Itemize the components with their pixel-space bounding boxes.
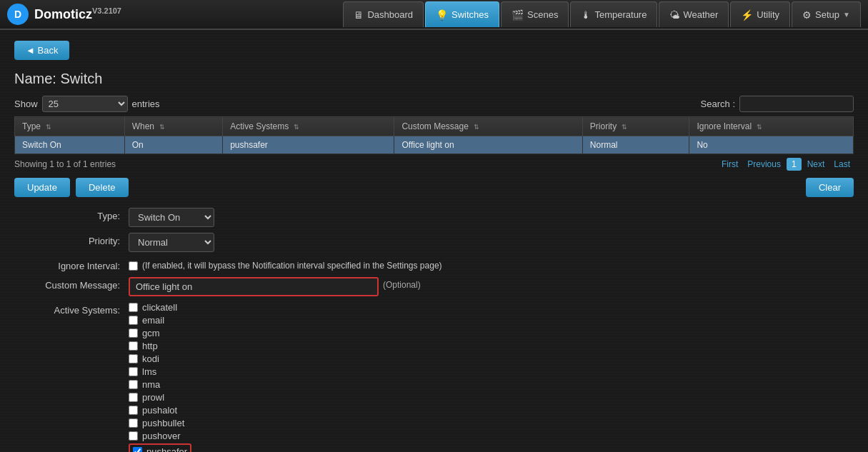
show-entries-control: Show 25 50 100 entries xyxy=(14,96,160,112)
system-nma: nma xyxy=(129,379,191,390)
data-table: Type ⇅ When ⇅ Active Systems ⇅ Custom Me… xyxy=(14,116,854,154)
checkbox-gcm[interactable] xyxy=(129,328,138,338)
col-ignore-interval[interactable]: Ignore Interval ⇅ xyxy=(689,117,854,136)
col-custom-message[interactable]: Custom Message ⇅ xyxy=(394,117,582,136)
tab-switches[interactable]: 💡 Switches xyxy=(425,1,499,27)
ignore-interval-label: Ignore Interval: xyxy=(36,258,129,271)
form-row-priority: Priority: Normal Low High Emergency xyxy=(36,233,854,252)
table-controls: Show 25 50 100 entries Search : xyxy=(14,96,854,112)
update-button[interactable]: Update xyxy=(14,178,70,197)
tab-setup[interactable]: ⚙ Setup ▼ xyxy=(792,1,861,27)
checkbox-clickatell[interactable] xyxy=(129,303,138,312)
system-prowl: prowl xyxy=(129,392,191,403)
content-area: ◄ Back Name: Switch Show 25 50 100 entri… xyxy=(0,30,868,452)
ignore-interval-content: (If enabled, it will bypass the Notifica… xyxy=(129,258,442,271)
tab-weather[interactable]: 🌤 Weather xyxy=(659,1,729,27)
delete-button[interactable]: Delete xyxy=(76,178,129,197)
priority-label: Priority: xyxy=(36,233,129,246)
cell-custom-message: Office light on xyxy=(394,136,582,154)
dashboard-icon: 🖥 xyxy=(354,9,364,21)
checkbox-nma[interactable] xyxy=(129,380,138,389)
optional-label: (Optional) xyxy=(379,277,421,290)
type-select[interactable]: Switch On Switch Off On Off xyxy=(129,208,214,227)
form-row-ignore-interval: Ignore Interval: (If enabled, it will by… xyxy=(36,258,854,271)
action-buttons: Update Delete Clear xyxy=(14,178,854,197)
showing-entries: Showing 1 to 1 of 1 entries xyxy=(14,159,116,169)
checkbox-lms[interactable] xyxy=(129,367,138,376)
system-email: email xyxy=(129,315,191,326)
search-input[interactable] xyxy=(739,96,854,112)
temperature-icon: 🌡 xyxy=(581,9,591,21)
tab-temperature[interactable]: 🌡 Temperature xyxy=(570,1,657,27)
logo-area: D DomoticzV3.2107 xyxy=(7,4,121,25)
col-active-systems[interactable]: Active Systems ⇅ xyxy=(223,117,394,136)
checkbox-pushover[interactable] xyxy=(129,431,138,441)
checkbox-email[interactable] xyxy=(129,316,138,325)
app-name: DomoticzV3.2107 xyxy=(34,6,121,22)
system-http: http xyxy=(129,341,191,351)
checkbox-pushalot[interactable] xyxy=(129,406,138,415)
show-entries-select[interactable]: 25 50 100 xyxy=(42,96,128,112)
cell-ignore-interval: No xyxy=(689,136,854,154)
checkbox-list: clickatell email gcm http kodi xyxy=(129,302,191,452)
priority-select[interactable]: Normal Low High Emergency xyxy=(129,233,214,252)
checkbox-prowl[interactable] xyxy=(129,393,138,402)
pagination-first[interactable]: First xyxy=(718,158,742,171)
checkbox-kodi[interactable] xyxy=(129,354,138,363)
system-pushover: pushover xyxy=(129,431,191,441)
pagination: First Previous 1 Next Last xyxy=(718,158,854,171)
type-label: Type: xyxy=(36,208,129,221)
clear-button[interactable]: Clear xyxy=(806,178,854,197)
col-type[interactable]: Type ⇅ xyxy=(15,117,125,136)
tab-scenes[interactable]: 🎬 Scenes xyxy=(501,1,569,27)
cell-active-systems: pushsafer xyxy=(223,136,394,154)
cell-when: On xyxy=(124,136,222,154)
pagination-last[interactable]: Last xyxy=(830,158,854,171)
form-section: Type: Switch On Switch Off On Off Priori… xyxy=(36,208,854,452)
custom-message-label: Custom Message: xyxy=(36,277,129,291)
weather-icon: 🌤 xyxy=(669,9,679,21)
checkbox-pushbullet[interactable] xyxy=(129,418,138,428)
utility-icon: ⚡ xyxy=(741,9,753,21)
col-priority[interactable]: Priority ⇅ xyxy=(582,117,689,136)
switches-icon: 💡 xyxy=(436,9,448,21)
scenes-icon: 🎬 xyxy=(512,9,524,21)
back-button[interactable]: ◄ Back xyxy=(14,41,69,60)
system-gcm: gcm xyxy=(129,328,191,338)
search-area: Search : xyxy=(701,96,854,112)
form-row-active-systems: Active Systems: clickatell email gcm htt… xyxy=(36,302,854,452)
table-footer: Showing 1 to 1 of 1 entries First Previo… xyxy=(14,158,854,171)
system-pushsafer: pushsafer xyxy=(129,443,191,452)
system-pushalot: pushalot xyxy=(129,405,191,416)
pagination-current: 1 xyxy=(787,158,802,171)
table-row[interactable]: Switch On On pushsafer Office light on N… xyxy=(15,136,854,154)
pagination-next[interactable]: Next xyxy=(804,158,829,171)
logo-icon: D xyxy=(7,4,29,25)
active-systems-label: Active Systems: xyxy=(36,302,129,316)
ignore-interval-checkbox[interactable] xyxy=(129,261,138,271)
cell-priority: Normal xyxy=(582,136,689,154)
cell-type: Switch On xyxy=(15,136,125,154)
form-row-custom-message: Custom Message: (Optional) xyxy=(36,277,854,296)
custom-message-input[interactable] xyxy=(129,277,379,296)
setup-icon: ⚙ xyxy=(802,9,812,21)
nav-tabs: 🖥 Dashboard 💡 Switches 🎬 Scenes 🌡 Temper… xyxy=(343,1,861,27)
checkbox-pushsafer[interactable] xyxy=(133,447,142,452)
page-title: Name: Switch xyxy=(14,71,854,87)
action-left: Update Delete xyxy=(14,178,129,197)
system-lms: lms xyxy=(129,366,191,377)
checkbox-http[interactable] xyxy=(129,341,138,351)
form-row-type: Type: Switch On Switch Off On Off xyxy=(36,208,854,227)
col-when[interactable]: When ⇅ xyxy=(124,117,222,136)
system-pushbullet: pushbullet xyxy=(129,418,191,428)
system-clickatell: clickatell xyxy=(129,302,191,313)
pagination-previous[interactable]: Previous xyxy=(744,158,784,171)
table-header-row: Type ⇅ When ⇅ Active Systems ⇅ Custom Me… xyxy=(15,117,854,136)
navbar: D DomoticzV3.2107 🖥 Dashboard 💡 Switches… xyxy=(0,0,868,30)
system-kodi: kodi xyxy=(129,353,191,364)
tab-utility[interactable]: ⚡ Utility xyxy=(730,1,790,27)
tab-dashboard[interactable]: 🖥 Dashboard xyxy=(343,1,424,27)
